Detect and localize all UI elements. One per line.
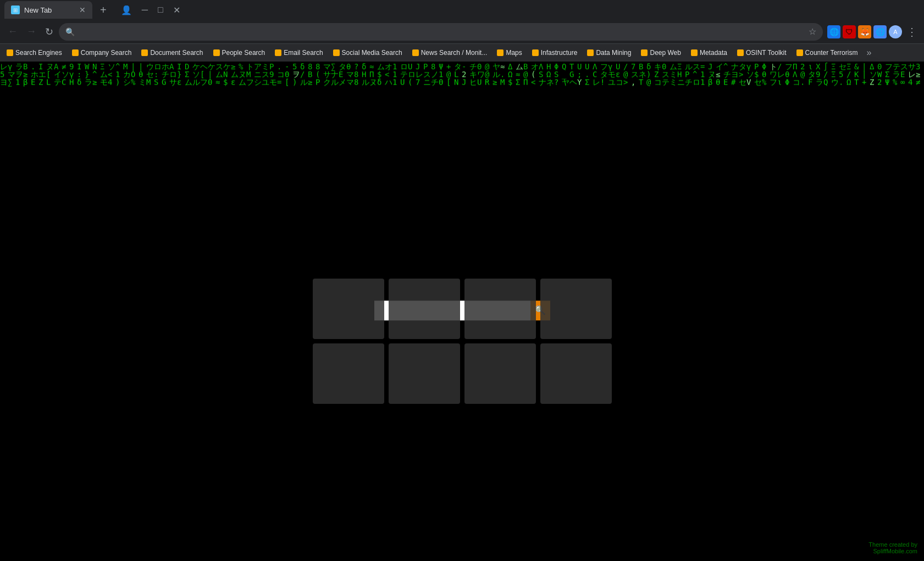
bookmark-label: Company Search (81, 49, 132, 57)
bookmark-label: News Search / Monit... (421, 49, 488, 57)
user-avatar[interactable]: A (889, 25, 902, 38)
tab-favicon: ⊞ (11, 5, 20, 14)
maximize-button[interactable]: □ (153, 4, 168, 16)
bookmark-folder-icon (333, 49, 340, 56)
extension-icon-1[interactable]: 🌐 (827, 25, 840, 38)
speed-dial-item-3[interactable] (464, 279, 536, 339)
bookmark-company-search[interactable]: Company Search (68, 46, 136, 59)
bookmark-label: Document Search (150, 49, 203, 57)
bookmark-label: Metadata (700, 49, 727, 57)
bookmark-label: People Search (222, 49, 265, 57)
bookmark-maps[interactable]: Maps (493, 46, 526, 59)
bookmark-metadata[interactable]: Metadata (687, 46, 732, 59)
attribution-line2: SpliffMobile.com (868, 548, 917, 554)
new-tab-button[interactable]: + (97, 4, 110, 16)
bookmark-folder-icon (497, 49, 504, 56)
nav-right-controls: 🌐 🛡 🦊 🌐 A ⋮ (827, 24, 920, 40)
bookmark-label: Counter Terrorism (805, 49, 858, 57)
speed-dial-item-6[interactable] (389, 343, 460, 404)
browser-tab[interactable]: ⊞ New Tab ✕ (4, 1, 92, 19)
tab-close-button[interactable]: ✕ (79, 5, 86, 14)
bookmark-label: Search Engines (15, 49, 62, 57)
extension-icon-2[interactable]: 🛡 (843, 25, 856, 38)
bookmark-label: Infastructure (541, 49, 578, 57)
tab-label: New Tab (24, 6, 52, 14)
bookmark-label: Maps (506, 49, 522, 57)
main-content: 🔍 Theme created by SpliffMobile.com (0, 62, 924, 561)
chrome-frame: ⊞ New Tab ✕ + 👤 ─ □ ✕ ← → ↻ 🔍 ☆ 🌐 🛡 🦊 🌐 … (0, 0, 924, 561)
speed-dial-item-4[interactable] (540, 279, 612, 339)
bookmark-label: OSINT Toolkit (746, 49, 787, 57)
bookmark-infrastructure[interactable]: Infastructure (528, 46, 582, 59)
bookmark-folder-icon (641, 49, 648, 56)
bookmark-social-media[interactable]: Social Media Search (329, 46, 407, 59)
bookmark-folder-icon (691, 49, 698, 56)
bookmark-folder-icon (796, 49, 803, 56)
bookmark-folder-icon (587, 49, 594, 56)
speed-dial-item-2[interactable] (389, 279, 460, 339)
bookmark-folder-icon (141, 49, 148, 56)
extension-icon-3[interactable]: 🦊 (858, 25, 871, 38)
attribution: Theme created by SpliffMobile.com (868, 541, 917, 554)
title-bar: ⊞ New Tab ✕ + 👤 ─ □ ✕ (0, 0, 924, 20)
address-search-icon: 🔍 (65, 27, 75, 36)
close-window-button[interactable]: ✕ (169, 4, 185, 16)
bookmark-document-search[interactable]: Document Search (137, 46, 207, 59)
speed-dial-item-8[interactable] (540, 343, 612, 404)
attribution-line1: Theme created by (868, 541, 917, 548)
overflow-container: » Internet Monitoring › Photography › En… (863, 47, 875, 59)
speed-dial-item-5[interactable] (313, 343, 384, 404)
bookmark-folder-icon (275, 49, 281, 56)
bookmarks-overflow-button[interactable]: » (863, 47, 875, 59)
bookmark-folder-icon (412, 49, 419, 56)
bookmark-folder-icon (532, 49, 539, 56)
minimize-button[interactable]: ─ (137, 4, 152, 16)
bookmark-data-mining[interactable]: Data Mining (583, 46, 635, 59)
bookmark-folder-icon (213, 49, 220, 56)
address-bar[interactable]: 🔍 ☆ (59, 23, 823, 41)
speed-dial-grid (313, 279, 612, 404)
bookmark-folder-icon (72, 49, 79, 56)
chrome-menu-button[interactable]: ⋮ (904, 24, 920, 40)
bookmark-search-engines[interactable]: Search Engines (2, 46, 67, 59)
bookmark-label: Social Media Search (342, 49, 402, 57)
bookmark-folder-icon (737, 49, 744, 56)
bookmark-label: Deep Web (650, 49, 680, 57)
bookmark-email-search[interactable]: Email Search (270, 46, 327, 59)
nav-bar: ← → ↻ 🔍 ☆ 🌐 🛡 🦊 🌐 A ⋮ (0, 20, 924, 44)
bookmark-folder-icon (7, 49, 13, 56)
bookmark-counter-terrorism[interactable]: Counter Terrorism (792, 46, 862, 59)
extension-icon-4[interactable]: 🌐 (873, 25, 887, 38)
bookmark-news-search[interactable]: News Search / Monit... (408, 46, 492, 59)
speed-dial-item-7[interactable] (464, 343, 536, 404)
speed-dial-item-1[interactable] (313, 279, 384, 339)
bookmark-deep-web[interactable]: Deep Web (637, 46, 685, 59)
refresh-button[interactable]: ↻ (42, 24, 57, 40)
bookmarks-bar: Search Engines Company Search Document S… (0, 44, 924, 62)
forward-button[interactable]: → (23, 24, 40, 40)
bookmark-label: Email Search (284, 49, 323, 57)
user-icon[interactable]: 👤 (117, 4, 136, 16)
window-controls: 👤 ─ □ ✕ (117, 4, 185, 16)
bookmark-people-search[interactable]: People Search (209, 46, 270, 59)
bookmark-label: Data Mining (596, 49, 631, 57)
bookmark-star-icon[interactable]: ☆ (809, 26, 816, 37)
bookmark-osint[interactable]: OSINT Toolkit (733, 46, 791, 59)
address-input[interactable] (79, 27, 804, 36)
back-button[interactable]: ← (4, 24, 21, 40)
